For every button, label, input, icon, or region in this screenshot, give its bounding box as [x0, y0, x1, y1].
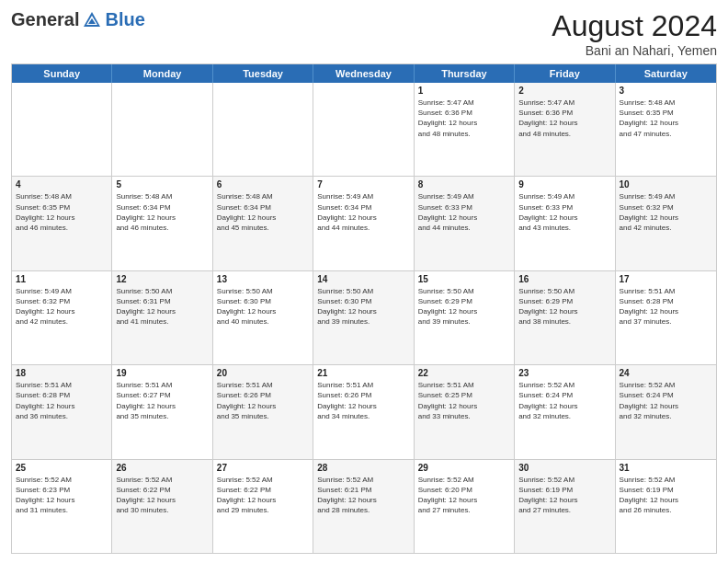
calendar-cell: 26Sunrise: 5:52 AM Sunset: 6:22 PM Dayli…: [112, 460, 212, 553]
day-number: 9: [518, 179, 610, 190]
day-number: 6: [217, 179, 309, 190]
calendar-cell: 6Sunrise: 5:48 AM Sunset: 6:34 PM Daylig…: [213, 177, 313, 270]
day-info: Sunrise: 5:47 AM Sunset: 6:36 PM Dayligh…: [418, 98, 510, 139]
calendar-cell: 11Sunrise: 5:49 AM Sunset: 6:32 PM Dayli…: [12, 271, 112, 364]
day-number: 5: [116, 179, 208, 190]
calendar-cell: 30Sunrise: 5:52 AM Sunset: 6:19 PM Dayli…: [515, 460, 615, 553]
day-number: 18: [16, 368, 108, 378]
calendar-cell: 1Sunrise: 5:47 AM Sunset: 6:36 PM Daylig…: [415, 83, 515, 176]
calendar-cell: 27Sunrise: 5:52 AM Sunset: 6:22 PM Dayli…: [213, 460, 313, 553]
day-number: 20: [217, 368, 309, 378]
calendar-header-cell: Saturday: [616, 64, 716, 83]
logo-general: General: [11, 9, 79, 30]
calendar-cell: 17Sunrise: 5:51 AM Sunset: 6:28 PM Dayli…: [616, 271, 716, 364]
calendar-cell: 23Sunrise: 5:52 AM Sunset: 6:24 PM Dayli…: [515, 365, 615, 458]
day-number: 8: [418, 179, 510, 190]
day-info: Sunrise: 5:47 AM Sunset: 6:36 PM Dayligh…: [518, 98, 610, 139]
day-number: 24: [620, 368, 712, 378]
day-info: Sunrise: 5:48 AM Sunset: 6:35 PM Dayligh…: [16, 191, 108, 233]
day-info: Sunrise: 5:50 AM Sunset: 6:31 PM Dayligh…: [116, 286, 208, 327]
title-section: August 2024 Bani an Nahari, Yemen: [552, 9, 717, 58]
calendar-cell: 25Sunrise: 5:52 AM Sunset: 6:23 PM Dayli…: [12, 460, 112, 553]
calendar-cell: 18Sunrise: 5:51 AM Sunset: 6:28 PM Dayli…: [12, 365, 112, 458]
calendar-cell: 19Sunrise: 5:51 AM Sunset: 6:27 PM Dayli…: [112, 365, 212, 458]
calendar-header-cell: Sunday: [12, 64, 112, 83]
calendar-cell: 3Sunrise: 5:48 AM Sunset: 6:35 PM Daylig…: [616, 83, 716, 176]
logo-blue: Blue: [105, 9, 144, 30]
calendar-cell: 7Sunrise: 5:49 AM Sunset: 6:34 PM Daylig…: [313, 177, 414, 270]
day-number: 15: [418, 274, 510, 284]
calendar-body: 1Sunrise: 5:47 AM Sunset: 6:36 PM Daylig…: [12, 83, 716, 553]
day-info: Sunrise: 5:52 AM Sunset: 6:21 PM Dayligh…: [317, 475, 409, 516]
day-info: Sunrise: 5:51 AM Sunset: 6:26 PM Dayligh…: [317, 380, 409, 421]
header: General Blue August 2024 Bani an Nahari,…: [11, 9, 717, 58]
calendar-cell: 2Sunrise: 5:47 AM Sunset: 6:36 PM Daylig…: [515, 83, 615, 176]
logo-icon: [82, 10, 102, 30]
calendar-cell: 4Sunrise: 5:48 AM Sunset: 6:35 PM Daylig…: [12, 177, 112, 270]
calendar-cell: 14Sunrise: 5:50 AM Sunset: 6:30 PM Dayli…: [313, 271, 414, 364]
day-info: Sunrise: 5:48 AM Sunset: 6:34 PM Dayligh…: [217, 191, 309, 233]
calendar-cell: 10Sunrise: 5:49 AM Sunset: 6:32 PM Dayli…: [616, 177, 716, 270]
calendar-header-row: SundayMondayTuesdayWednesdayThursdayFrid…: [12, 64, 716, 83]
day-info: Sunrise: 5:50 AM Sunset: 6:29 PM Dayligh…: [418, 286, 510, 327]
calendar-cell: 12Sunrise: 5:50 AM Sunset: 6:31 PM Dayli…: [112, 271, 212, 364]
calendar-cell: 13Sunrise: 5:50 AM Sunset: 6:30 PM Dayli…: [213, 271, 313, 364]
day-number: 2: [518, 86, 610, 96]
day-info: Sunrise: 5:52 AM Sunset: 6:24 PM Dayligh…: [518, 380, 610, 421]
day-number: 29: [418, 463, 510, 473]
day-info: Sunrise: 5:51 AM Sunset: 6:26 PM Dayligh…: [217, 380, 309, 421]
day-info: Sunrise: 5:52 AM Sunset: 6:23 PM Dayligh…: [16, 475, 108, 516]
day-number: 4: [16, 179, 108, 190]
calendar-cell: 22Sunrise: 5:51 AM Sunset: 6:25 PM Dayli…: [415, 365, 515, 458]
day-info: Sunrise: 5:50 AM Sunset: 6:30 PM Dayligh…: [217, 286, 309, 327]
day-number: 28: [317, 463, 409, 473]
calendar-cell: 29Sunrise: 5:52 AM Sunset: 6:20 PM Dayli…: [415, 460, 515, 553]
day-info: Sunrise: 5:48 AM Sunset: 6:34 PM Dayligh…: [116, 191, 208, 233]
day-number: 31: [620, 463, 712, 473]
day-info: Sunrise: 5:52 AM Sunset: 6:22 PM Dayligh…: [116, 475, 208, 516]
day-number: 12: [116, 274, 208, 284]
calendar-cell: 15Sunrise: 5:50 AM Sunset: 6:29 PM Dayli…: [415, 271, 515, 364]
calendar-cell: 28Sunrise: 5:52 AM Sunset: 6:21 PM Dayli…: [313, 460, 414, 553]
day-number: 17: [620, 274, 712, 284]
day-number: 11: [16, 274, 108, 284]
calendar-cell: 21Sunrise: 5:51 AM Sunset: 6:26 PM Dayli…: [313, 365, 414, 458]
calendar-header-cell: Thursday: [415, 64, 515, 83]
day-info: Sunrise: 5:52 AM Sunset: 6:19 PM Dayligh…: [518, 475, 610, 516]
day-info: Sunrise: 5:49 AM Sunset: 6:34 PM Dayligh…: [317, 191, 409, 233]
day-number: 30: [518, 463, 610, 473]
day-info: Sunrise: 5:49 AM Sunset: 6:33 PM Dayligh…: [518, 191, 610, 233]
day-info: Sunrise: 5:51 AM Sunset: 6:28 PM Dayligh…: [620, 286, 712, 327]
calendar-cell: 16Sunrise: 5:50 AM Sunset: 6:29 PM Dayli…: [515, 271, 615, 364]
calendar-cell: [112, 83, 212, 176]
day-info: Sunrise: 5:52 AM Sunset: 6:24 PM Dayligh…: [620, 380, 712, 421]
day-number: 3: [620, 86, 712, 96]
calendar-week-row: 18Sunrise: 5:51 AM Sunset: 6:28 PM Dayli…: [12, 365, 716, 459]
calendar-week-row: 1Sunrise: 5:47 AM Sunset: 6:36 PM Daylig…: [12, 83, 716, 177]
day-number: 14: [317, 274, 409, 284]
calendar-header-cell: Friday: [515, 64, 615, 83]
month-year: August 2024: [552, 9, 717, 43]
page: General Blue August 2024 Bani an Nahari,…: [0, 0, 728, 563]
day-number: 13: [217, 274, 309, 284]
calendar-header-cell: Wednesday: [313, 64, 414, 83]
day-info: Sunrise: 5:50 AM Sunset: 6:30 PM Dayligh…: [317, 286, 409, 327]
day-number: 26: [116, 463, 208, 473]
calendar-cell: 9Sunrise: 5:49 AM Sunset: 6:33 PM Daylig…: [515, 177, 615, 270]
calendar-cell: 5Sunrise: 5:48 AM Sunset: 6:34 PM Daylig…: [112, 177, 212, 270]
day-info: Sunrise: 5:51 AM Sunset: 6:25 PM Dayligh…: [418, 380, 510, 421]
day-info: Sunrise: 5:49 AM Sunset: 6:33 PM Dayligh…: [418, 191, 510, 233]
calendar-cell: 20Sunrise: 5:51 AM Sunset: 6:26 PM Dayli…: [213, 365, 313, 458]
logo-text: General Blue: [11, 9, 145, 30]
calendar-header-cell: Tuesday: [213, 64, 313, 83]
calendar-cell: 24Sunrise: 5:52 AM Sunset: 6:24 PM Dayli…: [616, 365, 716, 458]
calendar-cell: 8Sunrise: 5:49 AM Sunset: 6:33 PM Daylig…: [415, 177, 515, 270]
day-info: Sunrise: 5:49 AM Sunset: 6:32 PM Dayligh…: [16, 286, 108, 327]
calendar-week-row: 4Sunrise: 5:48 AM Sunset: 6:35 PM Daylig…: [12, 177, 716, 270]
day-info: Sunrise: 5:51 AM Sunset: 6:28 PM Dayligh…: [16, 380, 108, 421]
day-info: Sunrise: 5:52 AM Sunset: 6:22 PM Dayligh…: [217, 475, 309, 516]
calendar-cell: 31Sunrise: 5:52 AM Sunset: 6:19 PM Dayli…: [616, 460, 716, 553]
day-number: 21: [317, 368, 409, 378]
calendar-header-cell: Monday: [112, 64, 212, 83]
calendar: SundayMondayTuesdayWednesdayThursdayFrid…: [11, 63, 717, 554]
